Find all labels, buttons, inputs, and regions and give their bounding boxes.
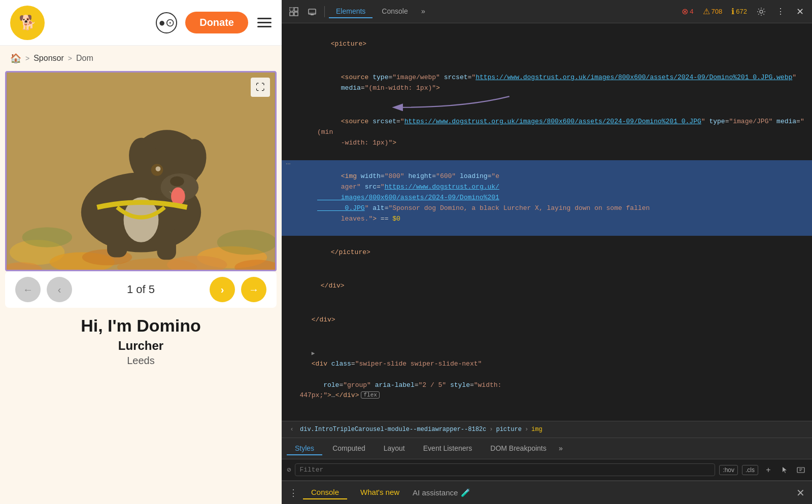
tab-styles[interactable]: Styles (287, 442, 322, 455)
devtools-topbar: Elements Console » ⊗ 4 ⚠ 708 ℹ 672 ⋮ (282, 0, 812, 23)
html-line-source-jpg[interactable]: <source srcset="https://www.dogstrust.or… (282, 105, 812, 160)
donate-button[interactable]: Donate (185, 12, 248, 33)
svg-rect-25 (294, 8, 298, 11)
more-options-button[interactable]: ⋮ (772, 4, 789, 20)
home-icon[interactable]: 🏠 (10, 53, 21, 64)
bottom-console-tab[interactable]: Console (303, 486, 347, 499)
dog-image-container: ⛶ (5, 71, 277, 271)
tab-event-listeners[interactable]: Event Listeners (415, 442, 481, 455)
html-line-div-close1[interactable]: </div> (282, 270, 812, 303)
tab-dom-breakpoints[interactable]: DOM Breakpoints (482, 442, 554, 455)
error-count: 4 (690, 8, 693, 15)
hamburger-line (257, 22, 272, 23)
tag-div-swiper-next: <div (312, 360, 331, 368)
expand-image-button[interactable]: ⛶ (251, 78, 270, 97)
hamburger-line (257, 26, 272, 27)
tab-more-button[interactable]: » (417, 6, 429, 18)
filter-icon: ⊘ (287, 465, 291, 474)
val-type: "image/webp" (392, 74, 440, 81)
breadcrumb-sep-2: › (525, 426, 528, 433)
site-logo[interactable]: 🐕 (10, 6, 45, 40)
cls-button[interactable]: .cls (742, 465, 758, 475)
tag-picture-open: <picture> (331, 40, 366, 48)
dog-name-heading: Hi, I'm Domino (10, 316, 272, 336)
hamburger-menu[interactable] (257, 18, 272, 27)
warn-count: 708 (712, 8, 723, 15)
info-count: 672 (736, 8, 747, 15)
warn-icon: ⚠ (703, 7, 710, 16)
dog-info: Hi, I'm Domino Lurcher Leeds (0, 308, 282, 504)
collapse-triangle-1[interactable]: ▶ (312, 350, 315, 356)
breadcrumb-picture[interactable]: picture (496, 426, 521, 433)
attr-srcset: srcset (444, 74, 468, 81)
elements-panel[interactable]: <picture> <source type="image/webp" srcs… (282, 23, 812, 421)
carousel-prev-button[interactable]: ‹ (47, 277, 72, 302)
device-emulation-button[interactable] (304, 4, 320, 20)
new-style-rule-button[interactable] (795, 464, 807, 476)
svg-rect-24 (290, 8, 293, 11)
tab-computed[interactable]: Computed (324, 442, 374, 455)
hamburger-line (257, 18, 272, 19)
prev-gray-icon: ← (23, 284, 33, 296)
gear-icon (757, 7, 766, 16)
html-line-picture-open[interactable]: <picture> (282, 27, 812, 61)
inspect-icon (289, 7, 298, 16)
toggle-element-state-button[interactable] (779, 464, 791, 476)
html-line-swiper-3[interactable]: ▶ <div class="swiper-slide" role="group"… (282, 413, 812, 421)
settings-button[interactable] (753, 4, 769, 20)
carousel-next-button[interactable]: › (210, 277, 235, 302)
tab-elements[interactable]: Elements (329, 5, 373, 18)
tab-layout[interactable]: Layout (376, 442, 413, 455)
tag-picture-close: </picture> (331, 248, 370, 256)
svg-point-0 (163, 16, 170, 23)
breadcrumb-sep-2: > (68, 54, 72, 62)
html-line-picture-close[interactable]: </picture> (282, 236, 812, 269)
inspect-element-button[interactable] (286, 4, 302, 20)
ai-assistance-label: AI assistance (413, 488, 458, 497)
carousel-next-yellow-button[interactable]: → (241, 277, 266, 302)
html-line-source-webp[interactable]: <source type="image/webp" srcset="https:… (282, 61, 812, 105)
element-more-dots[interactable]: … (286, 158, 291, 167)
svg-rect-21 (107, 222, 127, 257)
breadcrumb-back-arrow[interactable]: ‹ (287, 426, 297, 433)
user-account-button[interactable]: ● ⊙ (156, 12, 177, 33)
error-icon: ⊗ (682, 7, 688, 16)
dog-location: Leeds (10, 355, 272, 367)
bottom-whats-new-tab[interactable]: What's new (352, 486, 408, 499)
breadcrumb-img[interactable]: img (531, 426, 543, 433)
breadcrumb-sponsor-link[interactable]: Sponsor (33, 54, 64, 63)
carousel-prev-gray-button[interactable]: ← (15, 277, 41, 302)
pointer-icon (781, 466, 789, 474)
html-line-img-selected[interactable]: <img width="800" height="600" loading="e… (282, 160, 812, 236)
devtools-bottom-bar: ⋮ Console What's new AI assistance 🧪 ✕ (282, 481, 812, 504)
new-rule-icon (797, 466, 805, 474)
ai-flask-icon: 🧪 (461, 488, 470, 497)
info-count-badge: ℹ 672 (728, 6, 750, 17)
dog-logo-icon: 🐕 (19, 14, 37, 31)
add-style-rule-button[interactable]: + (762, 464, 774, 476)
device-icon (308, 7, 317, 16)
close-devtools-button[interactable]: ✕ (792, 4, 808, 20)
dog-breed: Lurcher (10, 339, 272, 353)
styles-filter-input[interactable] (295, 463, 715, 476)
val-srcset-webp: "https://www.dogstrust.org.uk/images/800… (471, 74, 796, 81)
breadcrumb-sep-1: › (489, 426, 493, 433)
svg-point-19 (156, 166, 161, 171)
svg-rect-22 (157, 227, 176, 260)
devtools-panel: Elements Console » ⊗ 4 ⚠ 708 ℹ 672 ⋮ (282, 0, 812, 504)
tab-more-button-bottom[interactable]: » (559, 445, 563, 453)
breadcrumb-current: Dom (76, 54, 93, 63)
site-header: 🐕 ● ⊙ Donate (0, 0, 282, 46)
breadcrumb-mediawrapper[interactable]: div.IntroTripleCarousel-module--mediawra… (300, 426, 486, 433)
tab-console[interactable]: Console (375, 5, 415, 18)
html-line-div-close2[interactable]: </div> (282, 303, 812, 337)
tag-div-close2: </div> (312, 316, 335, 323)
bottom-ai-tab[interactable]: AI assistance 🧪 (413, 488, 470, 497)
breadcrumb-sep-1: > (25, 54, 29, 62)
next-icon: › (221, 284, 224, 296)
hov-button[interactable]: :hov (719, 465, 738, 475)
html-line-swiper-next[interactable]: ▶ <div class="swiper-slide swiper-slide-… (282, 337, 812, 413)
left-panel: 🐕 ● ⊙ Donate 🏠 > Sponsor > Dom (0, 0, 282, 504)
bottom-more-button[interactable]: ⋮ (289, 487, 298, 498)
close-bottom-panel-button[interactable]: ✕ (796, 487, 805, 499)
